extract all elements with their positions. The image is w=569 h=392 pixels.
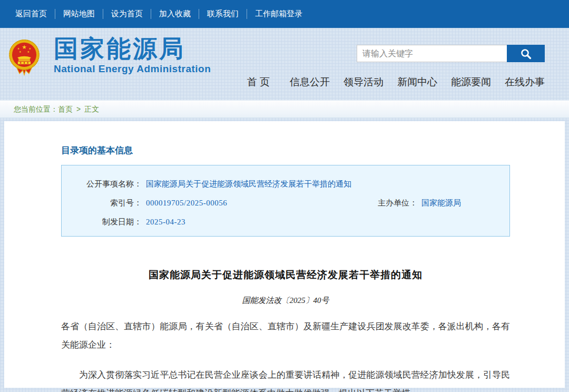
topbar-link-contact-us[interactable]: 联系我们 <box>199 9 247 19</box>
topbar-link-return-home[interactable]: 返回首页 <box>7 9 55 19</box>
org-label: 主办单位： <box>304 197 417 209</box>
svg-text:★: ★ <box>19 50 22 53</box>
svg-text:★: ★ <box>22 44 27 50</box>
date-value: 2025-04-23 <box>146 216 185 228</box>
breadcrumb-home-link[interactable]: 首页 <box>58 105 73 113</box>
svg-text:★: ★ <box>29 47 32 50</box>
nav-item-online-services[interactable]: 在线办事 <box>505 75 545 89</box>
info-row-index-org: 索引号： 000019705/2025-00056 主办单位： 国家能源局 <box>64 197 503 209</box>
breadcrumb-prefix: 您当前位置： <box>14 105 58 113</box>
site-logo[interactable]: ★ ★ ★ ★ ★ 国家能源局 National Energy Administ… <box>7 35 211 76</box>
national-emblem-icon: ★ ★ ★ ★ ★ <box>7 38 41 76</box>
index-value: 000019705/2025-00056 <box>146 197 304 209</box>
top-utility-bar: 返回首页 网站地图 设为首页 加入收藏 联系我们 工作邮箱登录 <box>0 0 569 28</box>
nav-item-energy-highlights[interactable]: 能源要闻 <box>451 75 491 89</box>
info-row-name: 公开事项名称： 国家能源局关于促进能源领域民营经济发展若干举措的通知 <box>64 178 503 190</box>
index-label: 索引号： <box>64 197 142 209</box>
article-body: 国家能源局关于促进能源领域民营经济发展若干举措的通知 国能发法改〔2025〕40… <box>61 268 510 392</box>
nav-item-home[interactable]: 首 页 <box>247 75 270 89</box>
site-header: ★ ★ ★ ★ ★ 国家能源局 National Energy Administ… <box>0 28 569 100</box>
search-input[interactable] <box>357 45 507 62</box>
article-title: 国家能源局关于促进能源领域民营经济发展若干举措的通知 <box>61 268 510 282</box>
search-button[interactable] <box>507 45 545 62</box>
svg-text:★: ★ <box>27 50 30 53</box>
topbar-link-sitemap[interactable]: 网站地图 <box>55 9 103 19</box>
breadcrumb-current: 正文 <box>84 105 99 113</box>
brand-text: 国家能源局 National Energy Administration <box>54 35 211 75</box>
section-title: 目录项的基本信息 <box>61 144 510 156</box>
document-number: 国能发法改〔2025〕40号 <box>61 296 510 306</box>
nav-item-info-disclosure[interactable]: 信息公开 <box>290 75 330 89</box>
name-value-link[interactable]: 国家能源局关于促进能源领域民营经济发展若干举措的通知 <box>146 178 351 190</box>
topbar-link-work-mail-login[interactable]: 工作邮箱登录 <box>247 9 310 19</box>
main-content: 目录项的基本信息 公开事项名称： 国家能源局关于促进能源领域民营经济发展若干举措… <box>4 121 565 388</box>
info-row-date: 制发日期： 2025-04-23 <box>64 216 503 228</box>
nav-item-news-center[interactable]: 新闻中心 <box>397 75 437 89</box>
topbar-link-set-homepage[interactable]: 设为首页 <box>103 9 151 19</box>
org-value: 国家能源局 <box>421 197 461 209</box>
site-title-english: National Energy Administration <box>54 63 211 75</box>
catalog-info-box: 公开事项名称： 国家能源局关于促进能源领域民营经济发展若干举措的通知 索引号： … <box>61 165 510 237</box>
date-label: 制发日期： <box>64 216 142 228</box>
breadcrumb-separator: > <box>76 105 81 113</box>
article-paragraph-intro: 为深入贯彻落实习近平总书记在民营企业座谈会上的重要讲话精神，促进能源领域民营经济… <box>61 366 510 392</box>
nav-item-leader-activities[interactable]: 领导活动 <box>344 75 384 89</box>
article-paragraph-salutation: 各省（自治区、直辖市）能源局，有关省（自治区、直辖市）及新疆生产建设兵团发展改革… <box>61 317 510 354</box>
svg-text:★: ★ <box>17 47 20 50</box>
header-right: 首 页 信息公开 领导活动 新闻中心 能源要闻 在线办事 <box>247 45 545 89</box>
site-title-chinese: 国家能源局 <box>54 35 211 62</box>
search-icon <box>519 47 532 60</box>
name-label: 公开事项名称： <box>64 178 142 190</box>
main-navigation: 首 页 信息公开 领导活动 新闻中心 能源要闻 在线办事 <box>247 75 545 89</box>
breadcrumb: 您当前位置：首页>正文 <box>0 100 569 118</box>
search-bar <box>247 45 545 62</box>
topbar-link-add-favorites[interactable]: 加入收藏 <box>151 9 199 19</box>
